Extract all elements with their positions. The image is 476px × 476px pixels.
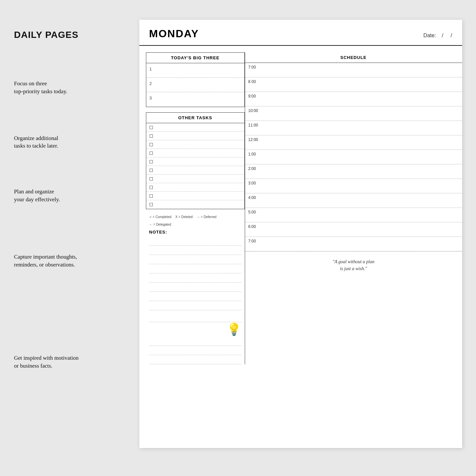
annotation-capture: Capture important thoughts, reminders, o… — [14, 253, 133, 269]
task-row-3[interactable] — [146, 140, 244, 149]
checkbox-7[interactable] — [150, 177, 153, 181]
insp-line-1[interactable] — [149, 313, 241, 322]
notes-line-2[interactable] — [149, 246, 241, 255]
time-label-200: 2:00 — [245, 164, 262, 171]
checkbox-2[interactable] — [150, 134, 153, 138]
big-three-header: TODAY'S BIG THREE — [146, 53, 244, 63]
time-label-700p: 7:00 — [245, 237, 262, 243]
other-tasks-header: OTHER TASKS — [146, 113, 244, 123]
item-number-3: 3 — [150, 96, 152, 100]
checkbox-9[interactable] — [150, 194, 153, 198]
time-label-1200: 12:00 — [245, 135, 262, 142]
other-tasks-box: OTHER TASKS — [146, 112, 245, 209]
legend-row: ✓ = Completed X = Deleted → = Deferred ←… — [146, 213, 245, 228]
tasks-section: TODAY'S BIG THREE 1 2 3 OTHER TASKS — [139, 52, 245, 364]
schedule-section: SCHEDULE 7:00 8 00 9:00 10:00 — [245, 52, 462, 364]
big-three-item-2[interactable]: 2 — [146, 78, 244, 92]
day-title: MONDAY — [149, 28, 199, 40]
time-slot-100: 1:00 — [245, 150, 462, 164]
time-slot-900: 9:00 — [245, 92, 462, 106]
checkbox-5[interactable] — [150, 160, 153, 163]
time-slot-700a: 7:00 — [245, 63, 462, 77]
notes-label: NOTES: — [146, 228, 245, 237]
insp-line-4[interactable] — [149, 355, 241, 364]
notes-line-5[interactable] — [149, 273, 241, 283]
time-slot-600: 6:00 — [245, 222, 462, 237]
time-label-400: 4:00 — [245, 193, 262, 200]
task-row-9[interactable] — [146, 192, 244, 200]
legend-deleted: X = Deleted — [175, 215, 193, 219]
legend-deferred: → = Deferred — [197, 215, 216, 219]
annotation-plan: Plan and organize your day effectively. — [14, 188, 133, 204]
annotation-inspire: Get inspired with motivation or business… — [14, 354, 133, 370]
time-label-900: 9:00 — [245, 92, 262, 98]
time-label-500: 5:00 — [245, 208, 262, 214]
notes-line-4[interactable] — [149, 264, 241, 273]
time-slot-1200: 12:00 — [245, 135, 462, 150]
checkbox-3[interactable] — [150, 143, 153, 146]
planner-page: MONDAY Date: / / TODAY'S BIG THREE 1 — [139, 20, 462, 448]
notes-section: NOTES: — [146, 228, 245, 310]
time-label-800: 8 00 — [245, 77, 262, 84]
checkbox-10[interactable] — [150, 203, 153, 206]
big-three-item-1[interactable]: 1 — [146, 63, 244, 78]
task-row-5[interactable] — [146, 157, 244, 166]
task-row-4[interactable] — [146, 149, 244, 157]
task-row-8[interactable] — [146, 183, 244, 192]
time-slot-300: 3:00 — [245, 179, 462, 193]
lightbulb-icon: 💡 — [227, 323, 241, 335]
notes-line-1[interactable] — [149, 237, 241, 246]
annotation-organize: Organize additional tasks to tackle late… — [14, 134, 133, 150]
time-slot-400: 4:00 — [245, 193, 462, 208]
page-header: MONDAY Date: / / — [139, 20, 462, 46]
item-number-2: 2 — [150, 81, 152, 86]
task-row-1[interactable] — [146, 123, 244, 132]
legend-completed: ✓ = Completed — [149, 215, 172, 219]
checkbox-1[interactable] — [150, 126, 153, 129]
left-column: DAILY PAGES Focus on three top-priority … — [14, 20, 139, 448]
time-label-600: 6:00 — [245, 222, 262, 229]
insp-line-3[interactable] — [149, 346, 241, 355]
task-row-6[interactable] — [146, 166, 244, 175]
time-label-100: 1:00 — [245, 150, 262, 156]
quote-line2: is just a wish." — [340, 266, 367, 271]
checkbox-8[interactable] — [150, 186, 153, 189]
legend-delegated: ← = Delegated — [149, 223, 171, 226]
time-label-1000: 10:00 — [245, 106, 262, 113]
page-title: DAILY PAGES — [14, 30, 133, 40]
insp-line-2[interactable] — [149, 337, 241, 346]
annotation-focus: Focus on three top-priority tasks today. — [14, 80, 133, 96]
checkbox-6[interactable] — [150, 169, 153, 172]
big-three-box: TODAY'S BIG THREE 1 2 3 — [146, 52, 245, 107]
notes-line-8[interactable] — [149, 301, 241, 310]
time-slot-800: 8 00 — [245, 77, 462, 92]
task-row-7[interactable] — [146, 175, 244, 183]
big-three-item-3[interactable]: 3 — [146, 92, 244, 107]
page-content: TODAY'S BIG THREE 1 2 3 OTHER TASKS — [139, 46, 462, 364]
quote-section: "A goal without a plan is just a wish." — [245, 251, 462, 279]
task-row-2[interactable] — [146, 132, 244, 140]
time-slot-500: 5:00 — [245, 208, 462, 222]
date-field: Date: / / — [423, 33, 452, 39]
page-wrapper: DAILY PAGES Focus on three top-priority … — [14, 20, 462, 448]
item-number-1: 1 — [150, 67, 152, 71]
inspiration-area: 💡 — [146, 313, 245, 364]
time-slot-700p: 7:00 — [245, 237, 462, 251]
checkbox-4[interactable] — [150, 152, 153, 155]
time-slot-1100: 11:00 — [245, 121, 462, 135]
time-label-1100: 11:00 — [245, 121, 262, 127]
notes-line-3[interactable] — [149, 255, 241, 264]
time-label-700a: 7:00 — [245, 63, 262, 70]
notes-line-7[interactable] — [149, 292, 241, 301]
time-slot-1000: 10:00 — [245, 106, 462, 121]
schedule-header: SCHEDULE — [245, 52, 462, 63]
time-slot-200: 2:00 — [245, 164, 462, 179]
quote-text: "A goal without a plan is just a wish." — [250, 258, 457, 272]
quote-line1: "A goal without a plan — [333, 259, 375, 264]
task-row-10[interactable] — [146, 200, 244, 209]
notes-line-6[interactable] — [149, 283, 241, 292]
time-label-300: 3:00 — [245, 179, 262, 185]
